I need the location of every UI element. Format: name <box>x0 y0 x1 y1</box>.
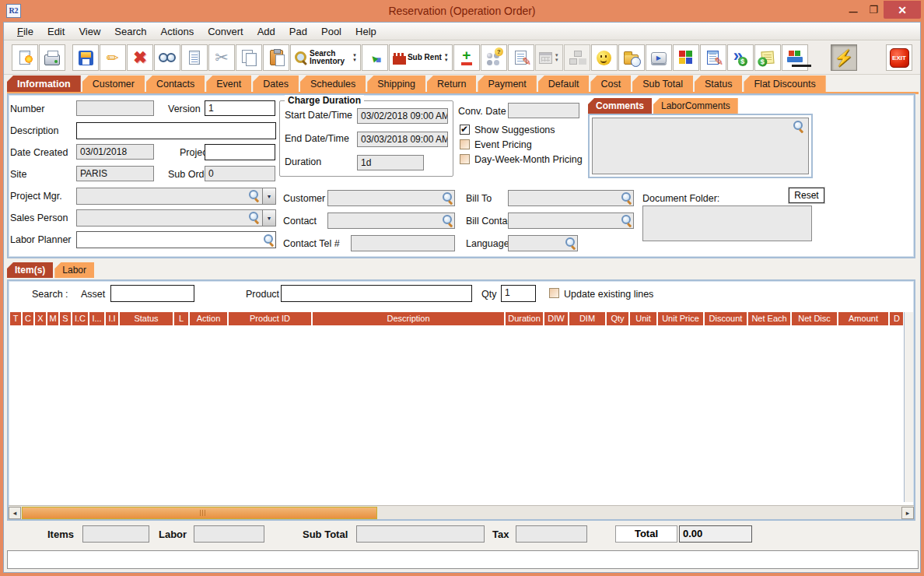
update-existing-lines-checkbox[interactable] <box>549 288 559 298</box>
project-mgr-combo[interactable] <box>76 188 276 205</box>
column-header[interactable]: Status <box>120 312 173 325</box>
column-header[interactable]: I.I <box>106 312 118 325</box>
menu-pad[interactable]: Pad <box>282 23 314 40</box>
tab-status[interactable]: Status <box>695 76 742 93</box>
maximize-button[interactable] <box>863 0 884 19</box>
show-suggestions-checkbox[interactable] <box>460 125 470 135</box>
tab-flat-discounts[interactable]: Flat Discounts <box>744 76 825 93</box>
project-mgr-dropdown[interactable] <box>262 188 275 204</box>
delete-button[interactable] <box>127 44 153 71</box>
language-search-icon[interactable] <box>564 237 576 249</box>
asset-input[interactable] <box>110 285 194 302</box>
find-button[interactable] <box>154 44 180 71</box>
column-header[interactable]: X <box>35 312 46 325</box>
edit-button[interactable] <box>100 44 126 71</box>
labor-planner-search-icon[interactable] <box>262 234 275 246</box>
org-chart-button[interactable] <box>564 44 590 71</box>
tab-shipping[interactable]: Shipping <box>367 76 425 93</box>
menu-edit[interactable]: Edit <box>40 23 72 40</box>
minimize-button[interactable] <box>843 0 863 19</box>
column-header[interactable]: Action <box>190 312 227 325</box>
print-button[interactable] <box>39 44 65 71</box>
column-header[interactable]: S <box>60 312 71 325</box>
tab-cost[interactable]: Cost <box>590 76 631 93</box>
tab-contacts[interactable]: Contacts <box>146 76 205 93</box>
search-inventory-button[interactable]: Search Inventory <box>290 44 361 71</box>
quick-action-button[interactable] <box>831 44 857 71</box>
tab-dates[interactable]: Dates <box>253 76 299 93</box>
menu-actions[interactable]: Actions <box>154 23 201 40</box>
column-header[interactable]: Description <box>313 312 504 325</box>
column-header[interactable]: Amount <box>838 312 888 325</box>
contact-search-icon[interactable] <box>441 214 453 227</box>
column-header[interactable]: Unit <box>630 312 656 325</box>
menu-help[interactable]: Help <box>348 23 383 40</box>
exit-button[interactable]: EXIT <box>886 44 912 71</box>
copy-order-button[interactable] <box>181 44 208 71</box>
menu-pool[interactable]: Pool <box>314 23 348 40</box>
items-table-body[interactable] <box>10 326 903 502</box>
comments-search-icon[interactable] <box>792 120 806 134</box>
shortcut-key-button[interactable] <box>646 44 672 71</box>
column-header[interactable]: Net Disc <box>792 312 837 325</box>
column-header[interactable]: Duration <box>506 312 543 325</box>
column-header[interactable]: Qty <box>607 312 628 325</box>
column-header[interactable]: T <box>10 312 21 325</box>
column-header[interactable]: Unit Price <box>658 312 703 325</box>
transfer-charges-button[interactable] <box>727 44 754 71</box>
description-field[interactable] <box>76 122 276 139</box>
history-folder-button[interactable] <box>618 44 645 71</box>
tab-schedules[interactable]: Schedules <box>300 76 366 93</box>
labor-planner-field[interactable] <box>76 231 276 248</box>
close-button[interactable] <box>884 1 921 19</box>
event-pricing-checkbox[interactable] <box>460 139 470 149</box>
product-input[interactable] <box>281 285 472 302</box>
menu-file[interactable]: File <box>10 23 40 40</box>
customer-search-icon[interactable] <box>441 191 453 204</box>
cut-button[interactable] <box>208 44 235 71</box>
column-header[interactable]: Discount <box>705 312 747 325</box>
notes-button[interactable] <box>508 44 534 71</box>
tab-information[interactable]: Information <box>7 76 81 93</box>
edit-document-button[interactable] <box>700 44 726 71</box>
customer-field[interactable] <box>327 190 455 206</box>
tab-labor-comments[interactable]: LaborComments <box>653 98 738 114</box>
column-header[interactable]: Product ID <box>229 312 311 325</box>
bill-contact-search-icon[interactable] <box>620 214 632 227</box>
menu-add[interactable]: Add <box>250 23 282 40</box>
tab-customer[interactable]: Customer <box>82 76 145 93</box>
reset-button[interactable]: Reset <box>789 188 824 203</box>
calendar-button[interactable] <box>535 44 563 71</box>
contact-field[interactable] <box>327 212 455 229</box>
sales-person-combo[interactable] <box>76 209 276 227</box>
tab-items[interactable]: Item(s) <box>7 262 53 278</box>
customer-service-button[interactable] <box>591 44 618 71</box>
items-vertical-scrollbar[interactable] <box>904 312 913 502</box>
shapes-button[interactable] <box>362 44 388 71</box>
tab-payment[interactable]: Payment <box>478 76 536 93</box>
menu-convert[interactable]: Convert <box>201 23 250 40</box>
column-header[interactable]: L <box>174 312 188 325</box>
project-field[interactable] <box>205 144 275 160</box>
shipping-button[interactable] <box>782 44 808 71</box>
tab-sub-total[interactable]: Sub Total <box>632 76 693 93</box>
menu-view[interactable]: View <box>72 23 107 40</box>
sales-person-search-icon[interactable] <box>247 211 260 223</box>
scroll-right-arrow[interactable] <box>901 507 914 519</box>
tab-labor[interactable]: Labor <box>54 262 94 278</box>
column-header[interactable]: I... <box>89 312 104 325</box>
sales-person-dropdown[interactable] <box>262 210 275 226</box>
bill-to-field[interactable] <box>508 190 634 206</box>
qty-input[interactable]: 1 <box>501 285 536 302</box>
items-horizontal-scrollbar[interactable] <box>9 505 914 519</box>
copy-button[interactable] <box>236 44 262 71</box>
column-header[interactable]: C <box>23 312 33 325</box>
language-field[interactable] <box>508 235 578 251</box>
billing-notes-button[interactable] <box>754 44 781 71</box>
project-mgr-search-icon[interactable] <box>247 189 260 202</box>
paste-button[interactable] <box>263 44 289 71</box>
save-button[interactable] <box>72 44 99 71</box>
tab-comments[interactable]: Comments <box>588 98 652 114</box>
version-field[interactable]: 1 <box>205 100 275 116</box>
day-week-month-pricing-checkbox[interactable] <box>460 154 470 164</box>
